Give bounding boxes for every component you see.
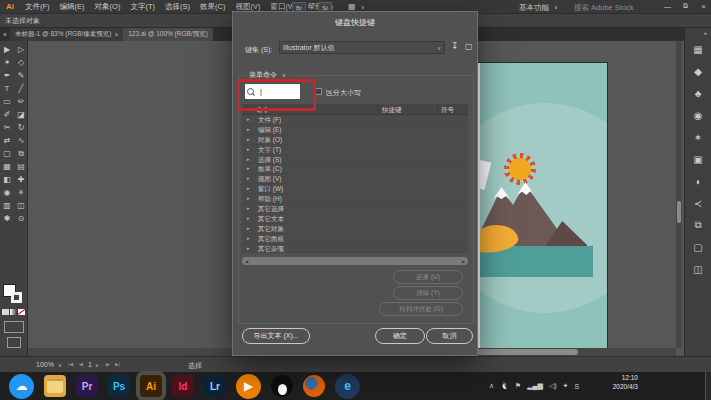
eyedropper-tool[interactable]: ✚ bbox=[14, 173, 28, 186]
command-row[interactable]: 帮助 (H) bbox=[242, 194, 468, 204]
eraser-tool[interactable]: ◪ bbox=[14, 108, 28, 121]
arrange-documents-icon[interactable]: ▦ bbox=[348, 2, 356, 11]
command-row[interactable]: 对象 (O) bbox=[242, 135, 468, 145]
command-row[interactable]: 其它选择 bbox=[242, 204, 468, 214]
panel-stroke-icon[interactable]: ▣ bbox=[685, 148, 711, 170]
mesh-tool[interactable]: ▤ bbox=[14, 160, 28, 173]
media-player-icon[interactable]: ▶ bbox=[236, 374, 261, 399]
premiere-icon[interactable]: Pr bbox=[76, 375, 98, 397]
prev-artboard-icon[interactable]: ◀ bbox=[79, 361, 83, 367]
artboard-caret-icon[interactable]: ∨ bbox=[95, 362, 99, 368]
undo-button[interactable]: 还原 (U) bbox=[393, 270, 463, 284]
tray-volume-icon[interactable]: ◁) bbox=[549, 382, 557, 390]
pen-tool[interactable]: ✒ bbox=[0, 69, 14, 82]
illustrator-icon[interactable]: Ai bbox=[140, 375, 162, 397]
command-row[interactable]: 选择 (S) bbox=[242, 155, 468, 165]
save-keyset-icon[interactable]: ↧ bbox=[451, 41, 459, 51]
show-desktop-button[interactable] bbox=[705, 372, 711, 400]
color-mode-button[interactable] bbox=[2, 309, 9, 315]
rectangle-tool[interactable]: ▭ bbox=[0, 95, 14, 108]
zoom-tool[interactable]: ⊙ bbox=[14, 212, 28, 225]
hand-tool[interactable]: ✱ bbox=[0, 212, 14, 225]
delete-keyset-icon[interactable]: ▢ bbox=[465, 42, 473, 51]
indesign-icon[interactable]: Id bbox=[172, 375, 194, 397]
command-row[interactable]: 文字 (T) bbox=[242, 145, 468, 155]
artboard-123ai[interactable] bbox=[474, 63, 607, 352]
panel-color-icon[interactable]: ◆ bbox=[685, 60, 711, 82]
screen-mode-button[interactable] bbox=[7, 337, 21, 348]
menu-item[interactable]: 文件(F) bbox=[20, 2, 55, 12]
panel-pathfinder-icon[interactable]: ≺ bbox=[685, 192, 711, 214]
rotate-tool[interactable]: ↻ bbox=[14, 121, 28, 134]
command-row[interactable]: 窗口 (W) bbox=[242, 184, 468, 194]
scissors-tool[interactable]: ✂ bbox=[0, 121, 14, 134]
arrange-caret-icon[interactable]: ∨ bbox=[361, 4, 365, 10]
menu-item[interactable]: 视图(V) bbox=[230, 2, 265, 12]
restore-button[interactable]: ⧉ bbox=[678, 0, 693, 12]
ie-icon[interactable]: e bbox=[335, 374, 360, 399]
menu-item[interactable]: 文字(T) bbox=[125, 2, 160, 12]
panel-symbols-icon[interactable]: ✶ bbox=[685, 126, 711, 148]
firefox-icon[interactable] bbox=[303, 375, 325, 397]
next-artboard-icon[interactable]: ▶ bbox=[106, 361, 110, 367]
lasso-tool[interactable]: ◇ bbox=[14, 56, 28, 69]
none-mode-button[interactable] bbox=[18, 309, 25, 315]
selection-tool[interactable]: ▶ bbox=[0, 43, 14, 56]
ok-button[interactable]: 确定 bbox=[375, 328, 425, 344]
tray-flag-icon[interactable]: ⚑ bbox=[515, 382, 521, 390]
scroll-right-icon[interactable]: ▶ bbox=[462, 259, 465, 264]
first-artboard-icon[interactable]: |◀ bbox=[68, 361, 73, 367]
tray-qq-icon[interactable]: 🐧 bbox=[500, 382, 509, 390]
zoom-caret-icon[interactable]: ∨ bbox=[58, 362, 62, 368]
minimize-button[interactable]: — bbox=[660, 0, 675, 12]
scale-tool[interactable]: ⇄ bbox=[0, 134, 14, 147]
tray-expand-icon[interactable]: ∧ bbox=[489, 382, 494, 390]
taskbar-clock[interactable]: 12:10 2020/4/3 bbox=[592, 374, 638, 392]
menu-item[interactable]: 效果(C) bbox=[195, 2, 230, 12]
export-text-button[interactable]: 导出文本 (X)... bbox=[242, 328, 310, 344]
tab-123ai[interactable]: 123.ai @ 100% (RGB/预览) bbox=[123, 28, 213, 41]
panel-libraries-icon[interactable]: ▦ bbox=[685, 38, 711, 60]
gradient-tool[interactable]: ◧ bbox=[0, 173, 14, 186]
symbol-sprayer-tool[interactable]: ✳ bbox=[14, 186, 28, 199]
vertical-scroll-thumb[interactable] bbox=[677, 201, 681, 223]
menu-item[interactable]: 编辑(E) bbox=[55, 2, 90, 12]
cancel-button[interactable]: 取消 bbox=[426, 328, 473, 344]
zoom-level-select[interactable]: 100% bbox=[36, 361, 54, 368]
toolbar-collapse-icon[interactable]: « bbox=[0, 31, 10, 38]
photoshop-icon[interactable]: Ps bbox=[108, 375, 130, 397]
workspace-switcher[interactable]: 基本功能 bbox=[519, 3, 549, 13]
stock-search-placeholder[interactable]: 搜索 Adobe Stock bbox=[574, 3, 634, 13]
artboard-number-select[interactable]: 1 bbox=[88, 361, 92, 368]
qq-icon[interactable] bbox=[271, 375, 293, 397]
command-row[interactable]: 视图 (V) bbox=[242, 174, 468, 184]
command-row[interactable]: 其它文本 bbox=[242, 214, 468, 224]
keyset-dropdown[interactable]: Illustrator 默认值 ∨ bbox=[279, 41, 445, 54]
column-shortcut[interactable]: 快捷键 bbox=[382, 106, 402, 115]
paintbrush-tool[interactable]: ✏ bbox=[14, 95, 28, 108]
dock-expand-icon[interactable]: » bbox=[685, 28, 711, 38]
pencil-tool[interactable]: ✐ bbox=[0, 108, 14, 121]
column-symbol[interactable]: 符号 bbox=[441, 106, 454, 115]
perspective-grid-tool[interactable]: ▦ bbox=[0, 160, 14, 173]
menu-item[interactable]: 对象(O) bbox=[90, 2, 126, 12]
blend-tool[interactable]: ◉ bbox=[0, 186, 14, 199]
panel-swatches-icon[interactable]: ♣ bbox=[685, 82, 711, 104]
last-artboard-icon[interactable]: ▶| bbox=[115, 361, 120, 367]
draw-mode-button[interactable] bbox=[4, 321, 24, 333]
panel-gradient-icon[interactable]: ◗ bbox=[685, 170, 711, 192]
command-row[interactable]: 其它杂项 bbox=[242, 244, 468, 254]
direct-selection-tool[interactable]: ▷ bbox=[14, 43, 28, 56]
folder-icon[interactable] bbox=[44, 375, 66, 397]
stroke-swatch[interactable] bbox=[11, 292, 22, 303]
menu-item[interactable]: 选择(S) bbox=[160, 2, 195, 12]
command-row[interactable]: 其它对象 bbox=[242, 224, 468, 234]
line-segment-tool[interactable]: ╱ bbox=[14, 82, 28, 95]
column-graph-tool[interactable]: ▥ bbox=[0, 199, 14, 212]
scroll-left-icon[interactable]: ◀ bbox=[245, 259, 248, 264]
panel-export-icon[interactable]: ⧉ bbox=[685, 214, 711, 236]
dialog-horizontal-scrollbar[interactable]: ◀ ▶ bbox=[242, 257, 468, 265]
curvature-tool[interactable]: ✎ bbox=[14, 69, 28, 82]
tray-network-icon[interactable]: ▂▄▆ bbox=[527, 382, 543, 390]
shape-builder-tool[interactable]: ⧉ bbox=[14, 147, 28, 160]
